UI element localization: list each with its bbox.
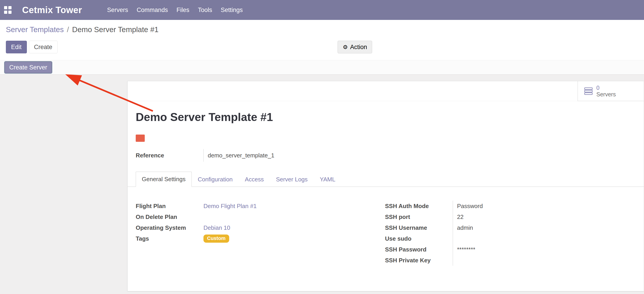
tab-access[interactable]: Access	[239, 172, 270, 187]
ssh-username-value: admin	[453, 222, 473, 233]
button-box	[128, 81, 644, 101]
ssh-auth-mode-value: Password	[453, 201, 483, 211]
reference-row: Reference demo_server_template_1	[136, 149, 384, 162]
notebook-tabs: General Settings Configuration Access Se…	[128, 172, 644, 187]
operating-system-label: Operating System	[136, 224, 204, 231]
fields-group-left: Flight Plan Demo Flight Plan #1 On Delet…	[136, 201, 375, 244]
ssh-private-key-label: SSH Private Key	[385, 257, 453, 264]
tab-configuration[interactable]: Configuration	[192, 172, 239, 187]
ssh-port-label: SSH port	[385, 214, 453, 220]
servers-stat-label: Servers	[596, 91, 616, 98]
navbar-menu: Servers Commands Files Tools Settings	[103, 0, 247, 20]
ssh-password-value: ********	[453, 244, 475, 255]
gear-icon: ⚙	[343, 44, 348, 50]
flight-plan-label: Flight Plan	[136, 203, 204, 210]
menu-item-commands[interactable]: Commands	[132, 0, 172, 20]
record-title: Demo Server Template #1	[136, 111, 273, 124]
brand-title[interactable]: Cetmix Tower	[22, 5, 82, 15]
servers-stat-count: 0	[596, 85, 616, 91]
field-row-flight-plan: Flight Plan Demo Flight Plan #1	[136, 201, 375, 211]
color-swatch[interactable]	[136, 134, 145, 142]
operating-system-link[interactable]: Debian 10	[204, 224, 230, 231]
servers-stat-button[interactable]: 0 Servers	[578, 81, 644, 101]
on-delete-plan-label: On Delete Plan	[136, 214, 204, 220]
ssh-password-label: SSH Password	[385, 246, 453, 253]
menu-item-settings[interactable]: Settings	[216, 0, 247, 20]
field-row-ssh-password: SSH Password ********	[385, 244, 636, 255]
action-button[interactable]: ⚙ Action	[338, 41, 372, 53]
app-window: Cetmix Tower Servers Commands Files Tool…	[0, 0, 644, 294]
use-sudo-value	[453, 233, 457, 244]
breadcrumb: Server Templates / Demo Server Template …	[6, 25, 158, 34]
field-row-tags: Tags Custom	[136, 233, 375, 244]
tab-general-settings[interactable]: General Settings	[136, 172, 192, 187]
tags-label: Tags	[136, 235, 204, 242]
ssh-private-key-value	[453, 255, 457, 266]
control-panel-buttons: Edit Create	[6, 41, 58, 53]
menu-item-servers[interactable]: Servers	[103, 0, 132, 20]
servers-stat-icon	[584, 87, 593, 95]
form-header: Create Server	[0, 60, 644, 75]
tab-server-logs[interactable]: Server Logs	[270, 172, 314, 187]
edit-button[interactable]: Edit	[6, 41, 27, 53]
field-row-ssh-auth-mode: SSH Auth Mode Password	[385, 201, 636, 211]
form-sheet: 0 Servers Demo Server Template #1 Refere…	[127, 81, 644, 291]
ssh-auth-mode-label: SSH Auth Mode	[385, 203, 453, 210]
reference-label: Reference	[136, 152, 204, 159]
create-button[interactable]: Create	[29, 41, 58, 53]
field-row-ssh-username: SSH Username admin	[385, 222, 636, 233]
servers-stat-text: 0 Servers	[596, 85, 616, 98]
breadcrumb-current: Demo Server Template #1	[72, 25, 158, 34]
ssh-username-label: SSH Username	[385, 224, 453, 231]
field-row-ssh-private-key: SSH Private Key	[385, 255, 636, 266]
tag-badge-custom[interactable]: Custom	[204, 234, 229, 243]
create-server-button[interactable]: Create Server	[4, 62, 52, 73]
top-navbar: Cetmix Tower Servers Commands Files Tool…	[0, 0, 644, 20]
field-row-use-sudo: Use sudo	[385, 233, 636, 244]
action-button-label: Action	[350, 43, 367, 51]
breadcrumb-separator: /	[67, 25, 69, 34]
use-sudo-label: Use sudo	[385, 235, 453, 242]
menu-item-files[interactable]: Files	[172, 0, 194, 20]
field-row-on-delete-plan: On Delete Plan	[136, 211, 375, 222]
breadcrumb-parent-link[interactable]: Server Templates	[6, 25, 64, 34]
control-panel: Server Templates / Demo Server Template …	[0, 20, 644, 60]
field-row-ssh-port: SSH port 22	[385, 211, 636, 222]
field-row-operating-system: Operating System Debian 10	[136, 222, 375, 233]
ssh-port-value: 22	[453, 211, 464, 222]
menu-item-tools[interactable]: Tools	[194, 0, 216, 20]
apps-grid-icon[interactable]	[4, 6, 12, 14]
flight-plan-link[interactable]: Demo Flight Plan #1	[204, 203, 257, 210]
reference-value: demo_server_template_1	[204, 149, 274, 162]
fields-group-right: SSH Auth Mode Password SSH port 22 SSH U…	[385, 201, 636, 266]
tab-yaml[interactable]: YAML	[314, 172, 342, 187]
content-area: 0 Servers Demo Server Template #1 Refere…	[0, 75, 644, 294]
